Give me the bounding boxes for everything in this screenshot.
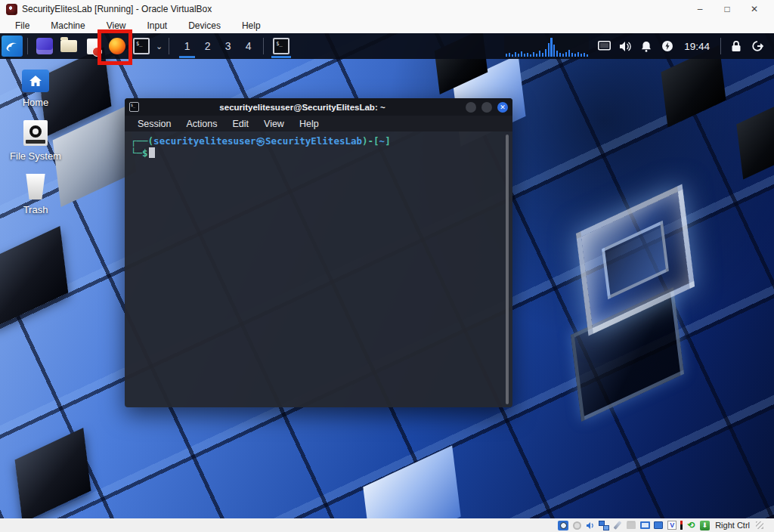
- terminal-menu-actions[interactable]: Actions: [179, 117, 224, 131]
- maximize-button[interactable]: □: [714, 1, 741, 17]
- terminal-icon: $_: [273, 38, 289, 54]
- terminal-cursor: [149, 147, 155, 158]
- keyboard-capture-icon[interactable]: ⬇: [700, 521, 710, 530]
- audio-speaker-icon: [586, 521, 595, 530]
- cpu-graph-widget[interactable]: [504, 36, 589, 57]
- annotation-red-box: [98, 29, 132, 65]
- panel-separator: [27, 38, 28, 54]
- shared-folders-icon[interactable]: [627, 522, 636, 529]
- workspace-switcher: 1 2 3 4: [177, 33, 259, 59]
- desktop-icon-label: File System: [10, 150, 61, 162]
- launcher-file-manager[interactable]: [60, 37, 78, 55]
- activity-indicator: [680, 521, 683, 530]
- chevron-down-icon[interactable]: ⌄: [156, 42, 163, 51]
- vbox-statusbar: V ⟲ ⬇ Right Ctrl: [0, 518, 774, 532]
- terminal-window[interactable]: $_ securityelitesuser@SecurityElitesLab:…: [125, 98, 512, 407]
- terminal-menu-help[interactable]: Help: [293, 117, 326, 131]
- terminal-maximize-button[interactable]: [481, 102, 492, 113]
- host-key-label: Right Ctrl: [715, 521, 750, 530]
- prompt-frame-mid: )-[: [362, 135, 379, 147]
- mouse-integration-icon[interactable]: ⟲: [686, 521, 696, 530]
- drive-slot: [26, 140, 45, 144]
- recording-icon[interactable]: [654, 521, 663, 529]
- terminal-menu-view[interactable]: View: [257, 117, 291, 131]
- prompt-line2-frame: └─$: [131, 147, 148, 159]
- workspace-2[interactable]: 2: [197, 33, 218, 59]
- virtualbox-window: SecurityElitesLab [Running] - Oracle Vir…: [0, 0, 774, 532]
- desktop-icon-list: Home File System Trash: [5, 70, 67, 215]
- display-settings-button[interactable]: [593, 33, 615, 59]
- panel-separator: [263, 38, 264, 54]
- prompt-frame-close: ]: [385, 135, 391, 147]
- vm-display: $_ ⌄ 1 2 3 4 $_: [0, 33, 774, 518]
- home-icon: [22, 70, 49, 92]
- terminal-icon: $_: [129, 102, 139, 112]
- terminal-menubar: Session Actions Edit View Help: [125, 116, 512, 131]
- notifications-button[interactable]: [636, 33, 657, 59]
- close-button[interactable]: ✕: [741, 1, 768, 17]
- wallpaper-black-cube: [736, 99, 774, 180]
- display-status-icon[interactable]: [640, 521, 650, 529]
- terminal-output-area[interactable]: ┌──(securityelitesuser㉿SecurityElitesLab…: [125, 131, 512, 407]
- volume-button[interactable]: [615, 33, 636, 59]
- terminal-minimize-button[interactable]: [466, 102, 476, 113]
- house-icon: [29, 75, 42, 87]
- resize-grip[interactable]: [756, 521, 763, 529]
- terminal-icon: $_: [133, 38, 150, 54]
- logout-icon: [751, 40, 763, 52]
- kali-menu-button[interactable]: [2, 36, 23, 57]
- lock-icon: [731, 40, 741, 52]
- terminal-menu-session[interactable]: Session: [131, 117, 178, 131]
- wallpaper-dark-cube: [15, 428, 91, 518]
- prompt-cwd: ~: [379, 135, 385, 147]
- folder-icon: [60, 40, 77, 52]
- audio-icon[interactable]: [585, 521, 596, 530]
- desktop-icon-trash[interactable]: Trash: [5, 174, 67, 215]
- prompt-user: securityelitesuser: [153, 135, 255, 147]
- menu-help[interactable]: Help: [231, 19, 271, 32]
- minimize-button[interactable]: –: [686, 1, 714, 17]
- features-icon[interactable]: V: [667, 521, 676, 530]
- prompt-frame-open: ┌──(: [131, 135, 153, 147]
- wallpaper-glass-cube-inner: [602, 221, 669, 299]
- terminal-menu-edit[interactable]: Edit: [225, 117, 255, 131]
- lock-screen-button[interactable]: [726, 33, 747, 59]
- hard-disks-icon[interactable]: [558, 521, 568, 530]
- menu-input[interactable]: Input: [137, 19, 178, 32]
- menu-machine[interactable]: Machine: [40, 19, 95, 32]
- menu-devices[interactable]: Devices: [178, 19, 231, 32]
- launcher-files[interactable]: [36, 37, 54, 55]
- network-icon[interactable]: [599, 521, 609, 530]
- terminal-close-button[interactable]: ✕: [497, 102, 508, 113]
- taskbar-terminal-window[interactable]: $_: [268, 33, 294, 59]
- vbox-titlebar: SecurityElitesLab [Running] - Oracle Vir…: [0, 0, 774, 18]
- files-icon: [36, 38, 53, 54]
- workspace-3[interactable]: 3: [218, 33, 238, 59]
- wallpaper-light-cube: [363, 446, 460, 518]
- desktop-icon-label: Home: [23, 97, 49, 108]
- logout-button[interactable]: [747, 33, 768, 59]
- prompt-line-1: ┌──(securityelitesuser㉿SecurityElitesLab…: [131, 135, 506, 147]
- desktop-icon-file-system[interactable]: File System: [5, 120, 67, 162]
- launcher-terminal[interactable]: $_: [132, 37, 150, 55]
- usb-icon[interactable]: [614, 521, 622, 530]
- file-system-icon: [23, 120, 48, 146]
- wallpaper-dark-cube: [0, 226, 68, 328]
- drive-circle: [29, 125, 42, 138]
- desktop-icon-label: Trash: [23, 204, 48, 215]
- speaker-icon: [619, 41, 632, 52]
- terminal-titlebar[interactable]: $_ securityelitesuser@SecurityElitesLab:…: [125, 98, 512, 116]
- panel-separator: [169, 38, 169, 54]
- menu-file[interactable]: File: [5, 19, 40, 32]
- workspace-1[interactable]: 1: [177, 33, 197, 59]
- wallpaper-glass-cube: [576, 184, 695, 336]
- desktop-icon-home[interactable]: Home: [5, 70, 67, 108]
- trash-icon: [24, 174, 47, 200]
- optical-drives-icon[interactable]: [573, 521, 581, 530]
- power-manager-button[interactable]: [657, 33, 678, 59]
- virtualbox-app-icon: [6, 4, 17, 15]
- terminal-scrollbar[interactable]: [506, 135, 509, 404]
- panel-clock[interactable]: 19:44: [678, 41, 716, 52]
- workspace-4[interactable]: 4: [238, 33, 259, 59]
- panel-separator: [720, 38, 721, 54]
